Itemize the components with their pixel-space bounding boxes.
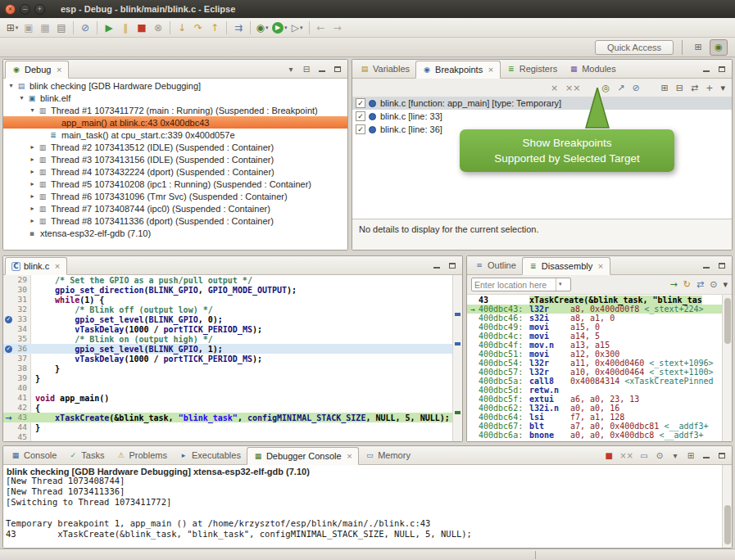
expand-arrow-icon[interactable]: ▸ [28,168,37,175]
debug-tree-item[interactable]: ▸▥Thread #4 1073432224 (dport) (Suspende… [3,165,347,178]
code-line[interactable]: 40 [3,383,452,393]
tab-problems[interactable]: ⚠Problems [110,446,172,464]
debug-tree-item[interactable]: ▸▥Thread #2 1073413512 (IDLE) (Suspended… [3,141,347,153]
code-line[interactable]: 35 /* Blink on (output high) */ [3,334,452,344]
disassembly-row[interactable]: 400dbc54:l32ra11, 0x400d0460 <_stext+109… [467,359,722,368]
terminate-console-button[interactable]: ■ [604,450,614,460]
code-line[interactable]: 31 while(1) { [3,295,452,305]
external-tools-button[interactable]: ▷▾ [289,20,306,36]
code-line[interactable]: 44} [3,422,452,432]
expand-arrow-icon[interactable]: ▸ [28,156,37,163]
maximize-button[interactable] [333,64,343,74]
goto-pc-button[interactable]: → [670,279,678,290]
debug-view-menu-button[interactable]: ▾ [286,64,296,74]
code-line[interactable]: 37 vTaskDelay(1000 / portTICK_PERIOD_MS)… [3,354,452,364]
disassembly-row[interactable]: 400dbc4c:movia14, 5 [467,332,722,341]
debug-tree-item[interactable]: ▪xtensa-esp32-elf-gdb (7.10) [3,227,347,239]
expand-arrow-icon[interactable]: ▸ [28,205,37,212]
new-wizard-button[interactable]: ⊞▾ [4,20,20,36]
dropdown-arrow-icon[interactable]: ▾ [300,25,303,31]
dropdown-arrow-icon[interactable]: ▾ [265,25,269,31]
debug-tree-item[interactable]: ▸▥Thread #6 1073431096 (Tmr Svc) (Suspen… [3,190,347,202]
disassembly-row[interactable]: 400dbc51:movia12, 0x300 [467,350,722,359]
disassembly-row[interactable]: →400dbc43:l32ra8, 0x400d00f8 <_stext+224… [467,305,722,314]
disassembly-row[interactable]: 400dbc5d:retw.n [467,386,722,395]
location-combo[interactable]: ▾ [471,278,571,291]
maximize-button[interactable] [717,450,727,460]
expand-arrow-icon[interactable]: ▸ [28,217,37,224]
code-line[interactable]: →43 xTaskCreate(&blink_task, "blink_task… [3,413,452,422]
maximize-button[interactable] [717,64,727,74]
debug-tree-item[interactable]: ≣main_task() at cpu_start.c:339 0x400d05… [3,129,347,141]
step-over-button[interactable]: ↷ [190,20,206,36]
collapse-all-button[interactable]: ⊟ [302,64,311,74]
close-tab-icon[interactable]: × [347,452,353,460]
disassembly-row[interactable]: 400dbc62:l32i.na0, a0, 16 [467,404,722,413]
disassembly-row[interactable]: 400dbc6a:bnonea0, a0, 0x400dbc8 <__addf3… [467,431,722,440]
tab-registers[interactable]: ≣Registers [501,60,563,78]
tab-console[interactable]: ▦Console [5,446,62,464]
scrollbar-handle[interactable] [724,298,731,344]
back-button[interactable]: ← [313,20,329,36]
tab-memory[interactable]: ▭Memory [359,446,416,464]
skip-all-breakpoints-button[interactable]: ⊘ [632,83,639,93]
tab-debug[interactable]: ◉Debug× [5,61,69,79]
clear-console-button[interactable]: ▭ [639,450,649,460]
debug-tree-item[interactable]: ▾▣blink.elf [3,92,347,104]
tab-debugger-console[interactable]: ▦Debugger Console× [247,447,359,465]
chevron-down-icon[interactable]: ▾ [556,278,565,291]
debug-tree-item[interactable]: ▸▥Thread #8 1073411336 (dport) (Suspende… [3,215,347,227]
refresh-disassembly-button[interactable]: ↻ [683,279,691,290]
breakpoint-checkbox[interactable]: ✓ [356,124,365,134]
code-line[interactable]: 29 /* Set the GPIO as a push/pull output… [3,275,452,285]
location-input[interactable] [472,280,556,290]
debug-button[interactable]: ◉▾ [254,20,270,36]
skip-all-breakpoints-button[interactable]: ⊘ [77,20,93,36]
code-line[interactable]: ✓33 gpio_set_level(BLINK_GPIO, 0); [3,314,452,324]
code-line[interactable]: 38 } [3,364,452,373]
breakpoint-checkbox[interactable]: ✓ [356,111,365,121]
tab-disassembly[interactable]: ≣Disassembly× [522,257,610,275]
tab-variables[interactable]: ▤Variables [354,60,415,78]
tab-executables[interactable]: ▸Executables [173,446,247,464]
display-selected-console-button[interactable]: ▾ [670,450,680,460]
step-return-button[interactable]: ↑ [206,20,223,36]
open-perspective-button[interactable]: ⊞ [689,39,707,56]
disassembly-row[interactable]: 400dbc67:blta7, a0, 0x400dbc81 <__addf3+ [467,422,722,431]
overview-ruler[interactable] [452,275,462,441]
save-all-button[interactable]: ▦ [37,20,53,36]
maximize-button[interactable] [717,260,727,270]
maximize-button[interactable]: + [34,4,45,15]
close-tab-icon[interactable]: × [56,65,62,74]
sync-with-stack-button[interactable]: ⇄ [696,279,704,290]
pin-console-button[interactable]: ⊙ [655,450,665,460]
source-editor[interactable]: 29 /* Set the GPIO as a push/pull output… [3,275,452,441]
collapse-all-button[interactable]: ⊟ [676,83,683,93]
tab-tasks[interactable]: ✓Tasks [62,446,110,464]
terminate-button[interactable]: ■ [134,20,150,36]
disassembly-row[interactable]: 400dbc5f:extuia6, a0, 23, 13 [467,395,722,404]
tab-outline[interactable]: ≡Outline [469,256,522,274]
close-tab-icon[interactable]: × [488,65,494,74]
expand-all-button[interactable]: ⊞ [661,83,669,93]
minimize-button[interactable] [701,64,711,74]
breakpoint-checkbox[interactable]: ✓ [356,98,365,108]
minimize-button[interactable] [701,450,711,460]
expand-arrow-icon[interactable]: ▸ [28,192,37,200]
debug-tree-item[interactable]: ▾▤blink checking [GDB Hardware Debugging… [3,79,347,92]
code-line[interactable]: 34 vTaskDelay(1000 / portTICK_PERIOD_MS)… [3,324,452,334]
add-breakpoint-button[interactable]: + [706,83,713,93]
code-line[interactable]: ✓36 gpio_set_level(BLINK_GPIO, 1); [3,344,452,354]
scrollbar-handle[interactable] [724,505,731,544]
disassembly-row[interactable]: 400dbc57:l32ra10, 0x400d0464 <_stext+110… [467,368,722,377]
tab-blink-c[interactable]: Cblink.c× [5,257,67,275]
disassembly-row[interactable]: 400dbc49:movia15, 0 [467,323,722,332]
code-line[interactable]: 41void app_main() [3,393,452,403]
debug-tree-item[interactable]: ▾▥Thread #1 1073411772 (main : Running) … [3,104,347,116]
debug-tree-item[interactable]: ▸▥Thread #5 1073410208 (ipc1 : Running) … [3,178,347,190]
disassembly-view-menu-button[interactable]: ▾ [723,279,728,290]
console-scrollbar[interactable] [722,465,732,548]
disassembly-row[interactable]: 400dbc5a:call80x40084314 <xTaskCreatePin… [467,377,722,386]
tab-modules[interactable]: ▦Modules [563,60,622,78]
minimize-button[interactable] [432,260,442,270]
